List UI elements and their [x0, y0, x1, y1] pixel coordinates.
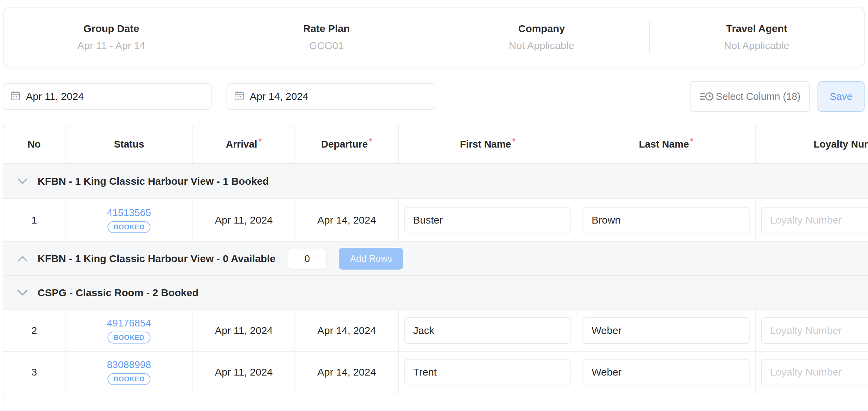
arrival-date-cell[interactable]: Apr 11, 2024	[193, 199, 295, 241]
confirmation-number-link[interactable]: 49176854	[107, 318, 151, 329]
first-name-cell	[399, 352, 577, 393]
column-header-label: Status	[114, 139, 144, 150]
status-cell: 41513565 BOOKED	[66, 199, 193, 241]
required-marker: *	[690, 136, 693, 147]
status-stack: 49176854 BOOKED	[107, 318, 151, 344]
column-header-last-name: Last Name *	[577, 125, 756, 163]
start-date-value: Apr 11, 2024	[26, 91, 84, 102]
group-title: KFBN - 1 King Classic Harbour View - 1 B…	[38, 176, 269, 187]
row-number: 1	[31, 214, 37, 226]
table-row: 2 49176854 BOOKED Apr 11, 2024 Apr 14, 2…	[3, 310, 868, 352]
summary-label: Travel Agent	[650, 23, 864, 34]
column-header-arrival: Arrival *	[193, 125, 295, 163]
arrival-date: Apr 11, 2024	[215, 325, 273, 336]
rooming-list-table: No Status Arrival * Departure * First Na…	[3, 125, 868, 411]
departure-date-cell[interactable]: Apr 14, 2024	[295, 310, 399, 351]
departure-date-cell[interactable]: Apr 14, 2024	[295, 199, 399, 241]
last-name-field[interactable]	[583, 207, 750, 233]
column-header-loyalty-number: Loyalty Number	[756, 125, 868, 163]
column-header-label: Departure	[321, 139, 368, 150]
add-rows-count-input[interactable]	[288, 248, 327, 270]
confirmation-number-link[interactable]: 41513565	[107, 207, 151, 218]
table-footer-spacer	[3, 393, 868, 411]
loyalty-number-cell	[756, 352, 868, 393]
loyalty-number-cell	[756, 199, 868, 241]
group-header-row-kfbn-booked[interactable]: KFBN - 1 King Classic Harbour View - 1 B…	[3, 164, 868, 199]
first-name-cell	[399, 310, 577, 351]
select-column-button[interactable]: Select Column (18)	[690, 81, 810, 112]
first-name-field[interactable]	[404, 317, 571, 344]
status-badge: BOOKED	[107, 373, 150, 385]
required-marker: *	[369, 136, 372, 147]
group-title: CSPG - Classic Room - 2 Booked	[38, 287, 199, 299]
calendar-icon	[235, 91, 244, 102]
chevron-up-icon[interactable]	[17, 255, 28, 262]
status-badge: BOOKED	[107, 221, 150, 233]
summary-field-company: Company Not Applicable	[434, 23, 649, 51]
group-title: KFBN - 1 King Classic Harbour View - 0 A…	[38, 253, 275, 264]
summary-label: Rate Plan	[219, 23, 434, 34]
loyalty-number-field[interactable]	[761, 207, 868, 233]
status-badge: BOOKED	[107, 332, 150, 344]
row-number: 2	[31, 325, 37, 336]
group-header-row-cspg-booked[interactable]: CSPG - Classic Room - 2 Booked	[3, 276, 868, 310]
row-number-cell: 1	[3, 199, 66, 241]
table-row: 3 83088998 BOOKED Apr 11, 2024 Apr 14, 2…	[3, 352, 868, 393]
column-header-label: No	[28, 139, 41, 150]
save-button[interactable]: Save	[818, 81, 865, 112]
end-date-picker[interactable]: Apr 14, 2024	[227, 83, 435, 110]
column-header-departure: Departure *	[295, 125, 399, 163]
first-name-cell	[399, 199, 577, 241]
confirmation-number-link[interactable]: 83088998	[107, 359, 151, 370]
first-name-field[interactable]	[404, 207, 571, 233]
column-header-label: Arrival	[226, 139, 257, 150]
group-add-rows-row-kfbn-available: KFBN - 1 King Classic Harbour View - 0 A…	[3, 242, 868, 276]
chevron-down-icon[interactable]	[17, 289, 28, 296]
column-header-status: Status	[66, 125, 193, 163]
select-column-label: Select Column (18)	[716, 91, 800, 102]
summary-value: Not Applicable	[434, 40, 649, 51]
last-name-field[interactable]	[583, 359, 750, 385]
arrival-date-cell[interactable]: Apr 11, 2024	[193, 352, 295, 393]
row-number-cell: 3	[3, 352, 66, 393]
departure-date: Apr 14, 2024	[317, 366, 376, 378]
arrival-date: Apr 11, 2024	[215, 214, 273, 226]
column-header-no: No	[3, 125, 66, 163]
summary-field-group-date: Group Date Apr 11 - Apr 14	[4, 23, 219, 51]
column-header-label: Loyalty Number	[813, 139, 868, 150]
column-header-label: First Name	[460, 139, 511, 150]
summary-field-rate-plan: Rate Plan GCG01	[219, 23, 434, 51]
summary-value: Apr 11 - Apr 14	[4, 40, 219, 51]
departure-date: Apr 14, 2024	[317, 325, 376, 336]
loyalty-number-cell	[756, 310, 868, 351]
status-stack: 83088998 BOOKED	[107, 359, 151, 385]
loyalty-number-field[interactable]	[761, 359, 868, 385]
column-header-first-name: First Name *	[399, 125, 577, 163]
departure-date-cell[interactable]: Apr 14, 2024	[295, 352, 399, 393]
required-marker: *	[258, 136, 262, 147]
required-marker: *	[512, 136, 516, 147]
first-name-field[interactable]	[404, 359, 571, 385]
add-rows-label: Add Rows	[350, 254, 392, 264]
loyalty-number-field[interactable]	[761, 317, 868, 344]
departure-date: Apr 14, 2024	[317, 214, 376, 226]
add-rows-button[interactable]: Add Rows	[339, 248, 403, 270]
row-number-cell: 2	[3, 310, 66, 351]
last-name-cell	[577, 199, 756, 241]
start-date-picker[interactable]: Apr 11, 2024	[3, 83, 212, 110]
row-number: 3	[31, 366, 37, 378]
status-stack: 41513565 BOOKED	[107, 207, 151, 233]
group-summary-card: Group Date Apr 11 - Apr 14 Rate Plan GCG…	[3, 7, 865, 67]
last-name-cell	[577, 352, 756, 393]
end-date-value: Apr 14, 2024	[250, 91, 308, 102]
toolbar: Apr 11, 2024 Apr 14, 2024 Select Column …	[3, 81, 865, 112]
last-name-field[interactable]	[583, 317, 750, 344]
column-header-label: Last Name	[639, 139, 689, 150]
summary-value: Not Applicable	[650, 40, 864, 51]
arrival-date-cell[interactable]: Apr 11, 2024	[193, 310, 295, 351]
summary-field-travel-agent: Travel Agent Not Applicable	[650, 23, 864, 51]
arrival-date: Apr 11, 2024	[215, 366, 273, 378]
summary-value: GCG01	[219, 40, 434, 51]
summary-label: Group Date	[4, 23, 219, 34]
chevron-down-icon[interactable]	[17, 178, 28, 185]
